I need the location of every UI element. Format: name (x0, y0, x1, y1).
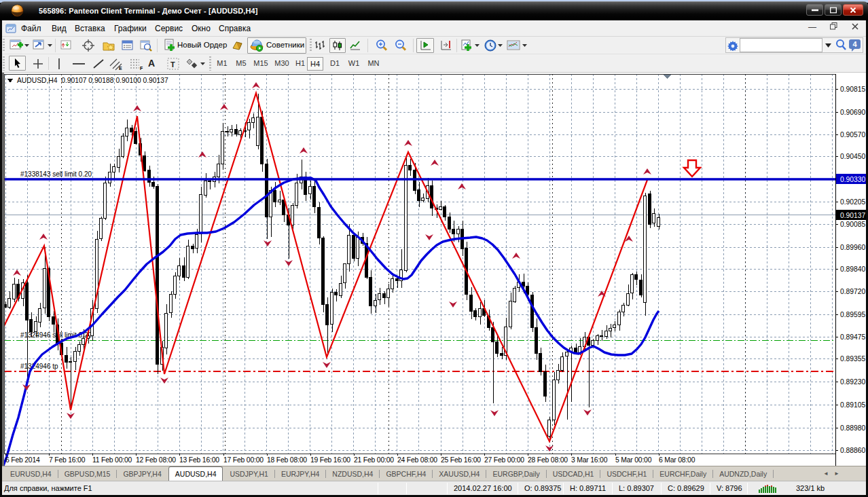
svg-text:13 Feb 16:00: 13 Feb 16:00 (179, 456, 219, 464)
svg-text:0.90085: 0.90085 (840, 221, 865, 228)
svg-text:AUDUSD,H4 0.90107 0.90188 0.9: AUDUSD,H4 0.90107 0.90188 0.90100 0.9013… (17, 77, 168, 84)
svg-text:0.89720: 0.89720 (840, 288, 865, 295)
svg-text:11 Feb 00:00: 11 Feb 00:00 (92, 456, 132, 464)
svg-text:0.90450: 0.90450 (840, 153, 865, 160)
svg-text:0.90815: 0.90815 (840, 86, 865, 93)
svg-text:0.90690: 0.90690 (840, 109, 865, 116)
svg-text:E: E (119, 66, 122, 71)
svg-text:17 Feb 00:00: 17 Feb 00:00 (223, 456, 264, 464)
svg-text:#1338143 sell limit 0.20: #1338143 sell limit 0.20 (20, 170, 92, 178)
svg-text:0.89960: 0.89960 (840, 244, 865, 251)
svg-text:0.88860: 0.88860 (840, 447, 865, 454)
svg-text:21 Feb 00:00: 21 Feb 00:00 (354, 456, 394, 464)
svg-text:0.90570: 0.90570 (840, 131, 865, 139)
svg-text:18 Feb 08:00: 18 Feb 08:00 (267, 456, 307, 464)
svg-text:0.90330: 0.90330 (840, 176, 865, 183)
svg-text:27 Feb 00:00: 27 Feb 00:00 (484, 456, 524, 464)
svg-text:3 Mar 16:00: 3 Mar 16:00 (571, 456, 608, 464)
svg-text:4: 4 (852, 40, 857, 48)
svg-text:0.88980: 0.88980 (840, 424, 865, 432)
svg-text:#1324946 tp: #1324946 tp (20, 363, 58, 370)
svg-text:0.90205: 0.90205 (840, 198, 865, 206)
svg-text:12 Feb 08:00: 12 Feb 08:00 (136, 456, 176, 464)
svg-text:0.89840: 0.89840 (840, 265, 865, 273)
svg-text:0.89230: 0.89230 (840, 378, 865, 386)
svg-text:25 Feb 16:00: 25 Feb 16:00 (441, 456, 481, 464)
svg-text:6 Feb 2014: 6 Feb 2014 (5, 456, 40, 464)
svg-text:0.89595: 0.89595 (840, 311, 865, 318)
svg-text:0.89105: 0.89105 (840, 401, 865, 409)
svg-text:24 Feb 08:00: 24 Feb 08:00 (397, 456, 437, 464)
svg-text:0.90137: 0.90137 (840, 212, 865, 219)
svg-text:0.89355: 0.89355 (840, 355, 865, 363)
svg-text:0.89475: 0.89475 (840, 333, 865, 341)
svg-text:19 Feb 16:00: 19 Feb 16:00 (310, 456, 350, 464)
svg-text:6 Mar 08:00: 6 Mar 08:00 (659, 456, 695, 464)
svg-text:7 Feb 16:00: 7 Feb 16:00 (49, 456, 86, 464)
svg-text:28 Feb 08:00: 28 Feb 08:00 (528, 456, 568, 464)
svg-text:F: F (140, 66, 143, 71)
svg-text:5 Mar 00:00: 5 Mar 00:00 (615, 456, 652, 464)
svg-text:T: T (170, 60, 175, 69)
